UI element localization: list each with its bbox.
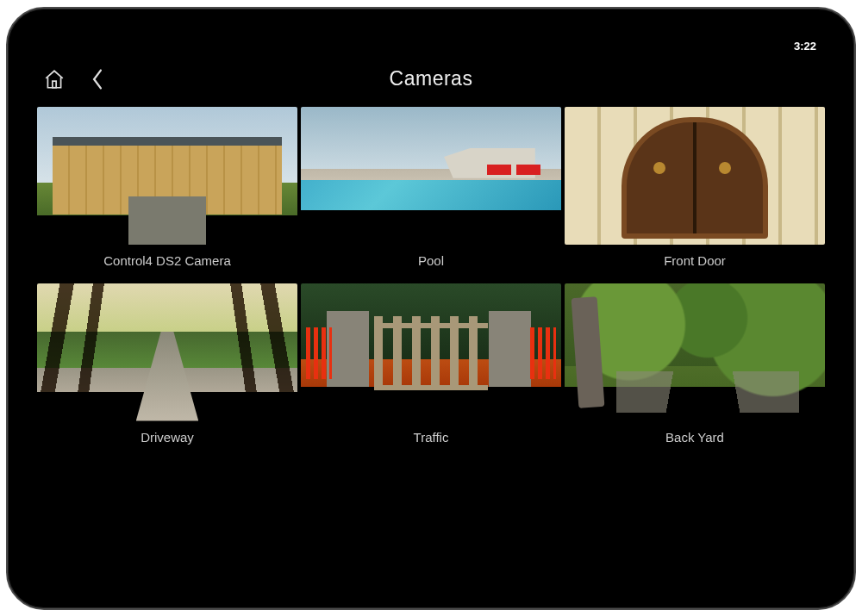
svg-rect-0 xyxy=(53,81,56,88)
camera-thumbnail xyxy=(37,283,297,421)
chevron-left-icon xyxy=(90,68,105,90)
header-left xyxy=(41,65,111,93)
status-time: 3:22 xyxy=(794,40,816,53)
camera-tile-back-yard[interactable]: Back Yard xyxy=(565,283,825,457)
fence-decor xyxy=(306,327,332,380)
fence-decor xyxy=(530,327,556,380)
home-icon xyxy=(43,68,66,90)
back-button[interactable] xyxy=(84,65,111,93)
page-title: Cameras xyxy=(390,67,473,90)
screen: 3:22 Cameras xyxy=(34,34,828,582)
camera-thumbnail xyxy=(301,107,561,245)
camera-thumbnail xyxy=(301,283,561,421)
home-button[interactable] xyxy=(41,65,68,93)
camera-thumbnail xyxy=(37,107,297,245)
camera-label: Back Yard xyxy=(565,421,825,457)
camera-tile-traffic[interactable]: Traffic xyxy=(301,283,561,457)
camera-thumbnail xyxy=(565,107,825,245)
camera-tile-front-door[interactable]: Front Door xyxy=(565,107,825,280)
tablet-frame: 3:22 Cameras xyxy=(6,7,856,610)
camera-label: Traffic xyxy=(301,421,561,457)
camera-label: Control4 DS2 Camera xyxy=(37,245,297,280)
camera-label: Front Door xyxy=(565,245,825,280)
camera-label: Driveway xyxy=(37,421,297,457)
camera-grid: Control4 DS2 Camera Pool Front Door Driv… xyxy=(34,103,828,582)
camera-tile-pool[interactable]: Pool xyxy=(301,107,561,280)
camera-tile-control4-ds2[interactable]: Control4 DS2 Camera xyxy=(37,107,297,280)
camera-thumbnail xyxy=(565,283,825,421)
camera-tile-driveway[interactable]: Driveway xyxy=(37,283,297,457)
status-bar: 3:22 xyxy=(34,34,828,55)
camera-label: Pool xyxy=(301,245,561,280)
header: Cameras xyxy=(34,55,828,103)
